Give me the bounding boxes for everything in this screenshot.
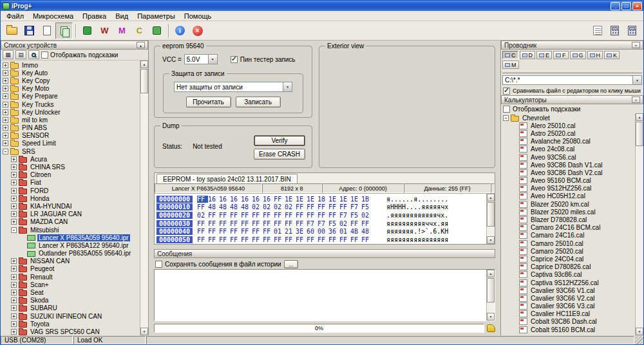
menu-microchip[interactable]: Микросхема [28, 12, 78, 21]
tree-item[interactable]: +Immo [1, 61, 140, 69]
scroll-down-button[interactable]: ▼ [140, 328, 148, 335]
hex-address[interactable]: 00000030 [156, 220, 193, 227]
hex-byte[interactable]: F5 [328, 220, 339, 227]
scrollbar-thumb[interactable] [487, 278, 495, 303]
drive-c-button[interactable]: C [502, 51, 518, 59]
hex-byte[interactable]: FF [274, 212, 285, 219]
tree-item[interactable]: +Key Trucks [1, 100, 140, 108]
hex-byte[interactable]: FF [241, 220, 252, 227]
show-hints-checkbox[interactable] [503, 106, 510, 113]
tree-item[interactable]: Cavalier 93C66 V2.cal [501, 294, 635, 302]
menu-edit[interactable]: Правка [78, 12, 111, 21]
menu-view[interactable]: Вид [111, 12, 133, 21]
hex-byte[interactable]: FF [328, 212, 339, 219]
hex-byte[interactable]: FF [274, 220, 285, 227]
expand-toggle-icon[interactable]: - [11, 227, 17, 233]
panel-grip[interactable] [502, 71, 642, 73]
expand-toggle-icon[interactable]: + [3, 140, 8, 146]
tree-item[interactable]: +Key Unlocker [1, 108, 140, 116]
tree-item[interactable]: +SUZUKI INFINEON CAN [1, 312, 140, 320]
tree-item[interactable]: -Mitsubishi [1, 226, 140, 234]
tree-item[interactable]: +LR JAGUAR CAN [1, 210, 140, 218]
hex-byte[interactable]: FF [263, 236, 274, 243]
hex-byte[interactable]: FF [339, 236, 350, 243]
menu-help[interactable]: Помощь [180, 12, 216, 21]
hex-byte[interactable]: FF [285, 236, 296, 243]
expand-toggle-icon[interactable]: + [11, 164, 17, 170]
tree-item[interactable]: Lancer X P8635A059 95640.ipr [1, 234, 140, 241]
hex-byte[interactable]: FF [208, 220, 219, 227]
tree-item[interactable]: +Speed Limit [1, 140, 140, 147]
hex-ascii[interactable]: яяяяяяя.!>`.6.KH [386, 228, 448, 235]
compare-checkbox[interactable] [503, 88, 510, 95]
chevron-right-icon[interactable]: » [632, 42, 640, 48]
hex-byte[interactable]: FF [219, 228, 230, 235]
notes-button[interactable] [589, 23, 606, 39]
hex-byte[interactable]: 21 [285, 228, 296, 235]
drive-g-button[interactable]: G [570, 51, 586, 59]
path-combo[interactable]: C:\*.* ▼ [502, 75, 642, 85]
hex-byte[interactable]: FF [219, 212, 230, 219]
hex-byte[interactable]: 1E [350, 196, 361, 203]
hex-byte[interactable]: 1E [328, 196, 339, 203]
hex-byte[interactable]: 16 [208, 196, 219, 203]
resize-grip[interactable] [635, 336, 643, 344]
drive-f-button[interactable]: F [553, 51, 569, 59]
hex-byte[interactable]: 48 [219, 203, 230, 210]
hex-byte[interactable]: 02 [252, 203, 263, 210]
hex-byte[interactable]: FF [307, 203, 317, 210]
hex-byte[interactable]: FF [285, 220, 296, 227]
device-tree-scrollbar[interactable]: ▲▼ [140, 61, 148, 335]
menu-parameters[interactable]: Параметры [133, 12, 180, 21]
hex-address[interactable]: 00000010 [156, 203, 193, 210]
hex-byte[interactable]: FF [296, 203, 307, 210]
tree-item[interactable]: Outlander P8635A055 95640.ipr [1, 250, 140, 257]
hex-byte[interactable]: FF [307, 212, 317, 219]
hex-byte[interactable]: F7 [307, 220, 317, 227]
tree-item[interactable]: Captiva 93c86.cal [501, 271, 635, 279]
new-button[interactable] [38, 23, 55, 39]
hex-ascii[interactable]: яяяяяяяяяяччх.яя [386, 220, 448, 227]
expand-toggle-icon[interactable]: + [3, 93, 8, 99]
vcc-select[interactable]: 5.0V ▼ [184, 54, 218, 64]
hex-byte[interactable]: 48 [230, 203, 241, 210]
hex-byte[interactable]: FF [350, 236, 361, 243]
tree-item[interactable]: Aveo 9S12HZ256.cal [501, 185, 635, 192]
expand-toggle-icon[interactable]: + [11, 203, 17, 209]
tree-item[interactable]: -SRS [1, 147, 140, 155]
tree-item[interactable]: +Citroen [1, 171, 140, 179]
write-protect-select[interactable]: Нет защиты от записи ▼ [174, 82, 292, 92]
hex-byte[interactable]: FF [296, 236, 307, 243]
tree-item[interactable]: +Toyota [1, 320, 140, 328]
scrollbar-track[interactable] [487, 201, 495, 236]
hex-byte[interactable]: 4B [350, 228, 361, 235]
hex-byte[interactable]: FF [208, 228, 219, 235]
tree-item[interactable]: +Seat [1, 288, 140, 296]
expand-toggle-icon[interactable]: + [3, 62, 8, 68]
scroll-up-button[interactable]: ▲ [140, 61, 148, 68]
hex-byte[interactable]: FF [197, 196, 208, 203]
collapse-panel-icon[interactable]: ▴ [137, 42, 145, 48]
tree-item[interactable]: +MAZDA CAN [1, 218, 140, 226]
hex-byte[interactable]: FF [317, 203, 328, 210]
hex-ascii[interactable]: я......я........ [386, 196, 448, 203]
hex-byte[interactable]: FF [328, 203, 339, 210]
tree-item[interactable]: Cavalier 93C66 V1.cal [501, 286, 635, 294]
hex-byte[interactable]: 01 [274, 228, 285, 235]
tree-item[interactable]: +Key Moto [1, 85, 140, 93]
tree-item[interactable]: +SENSOR [1, 132, 140, 140]
hex-byte[interactable]: FF [197, 228, 208, 235]
tree-item[interactable]: Aveo 93C86 Dash V2.cal [501, 169, 635, 176]
expand-toggle-icon[interactable]: + [11, 156, 17, 162]
tree-item[interactable]: Camaro 25020.cal [501, 247, 635, 255]
expand-toggle-icon[interactable]: + [11, 282, 17, 288]
copy-buffer-button[interactable] [55, 23, 73, 39]
hex-byte[interactable]: FF [350, 220, 361, 227]
tree-item[interactable]: +Peugeot [1, 265, 140, 273]
hex-byte[interactable]: F5 [361, 203, 372, 210]
hex-byte[interactable]: FF [317, 212, 328, 219]
hex-byte[interactable]: 02 [285, 203, 296, 210]
write-button[interactable]: Записать [236, 97, 281, 107]
expand-toggle-icon[interactable]: + [3, 86, 8, 91]
erase-crash-button[interactable]: Erase CRASH [254, 149, 305, 160]
